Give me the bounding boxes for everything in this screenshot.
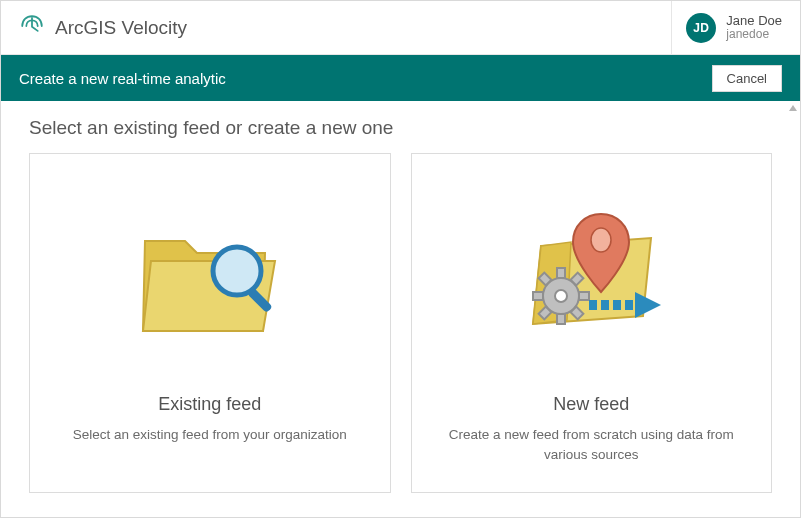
avatar: JD — [686, 13, 716, 43]
card-description: Create a new feed from scratch using dat… — [441, 425, 741, 464]
svg-rect-15 — [601, 300, 609, 310]
card-title: Existing feed — [158, 394, 261, 415]
top-header: ArcGIS Velocity JD Jane Doe janedoe — [1, 1, 800, 55]
svg-rect-8 — [533, 292, 543, 300]
svg-point-3 — [591, 228, 611, 252]
user-block[interactable]: JD Jane Doe janedoe — [671, 1, 782, 54]
svg-rect-14 — [589, 300, 597, 310]
velocity-logo-icon — [19, 13, 45, 43]
avatar-initials: JD — [693, 21, 709, 35]
card-title: New feed — [553, 394, 629, 415]
cancel-button[interactable]: Cancel — [712, 65, 782, 92]
new-feed-illustration-icon — [501, 186, 681, 366]
card-new-feed[interactable]: New feed Create a new feed from scratch … — [411, 153, 773, 493]
existing-feed-illustration-icon — [120, 186, 300, 366]
card-existing-feed[interactable]: Existing feed Select an existing feed fr… — [29, 153, 391, 493]
app-frame: ArcGIS Velocity JD Jane Doe janedoe Crea… — [0, 0, 801, 518]
brand-title: ArcGIS Velocity — [55, 17, 187, 39]
section-title: Select an existing feed or create a new … — [29, 117, 772, 139]
svg-rect-7 — [557, 314, 565, 324]
scroll-up-icon[interactable] — [788, 103, 798, 113]
svg-point-1 — [213, 247, 261, 295]
svg-rect-9 — [579, 292, 589, 300]
svg-rect-6 — [557, 268, 565, 278]
content-wrap: Select an existing feed or create a new … — [1, 101, 800, 517]
user-handle: janedoe — [726, 28, 782, 41]
svg-marker-0 — [789, 105, 797, 111]
svg-rect-17 — [625, 300, 633, 310]
content: Select an existing feed or create a new … — [1, 101, 800, 517]
brand: ArcGIS Velocity — [19, 13, 187, 43]
sub-header: Create a new real-time analytic Cancel — [1, 55, 800, 101]
card-description: Select an existing feed from your organi… — [73, 425, 347, 445]
sub-header-title: Create a new real-time analytic — [19, 70, 226, 87]
user-text: Jane Doe janedoe — [726, 14, 782, 41]
svg-rect-16 — [613, 300, 621, 310]
cards-row: Existing feed Select an existing feed fr… — [29, 153, 772, 493]
svg-marker-18 — [635, 292, 661, 318]
user-display-name: Jane Doe — [726, 14, 782, 28]
svg-point-5 — [555, 290, 567, 302]
